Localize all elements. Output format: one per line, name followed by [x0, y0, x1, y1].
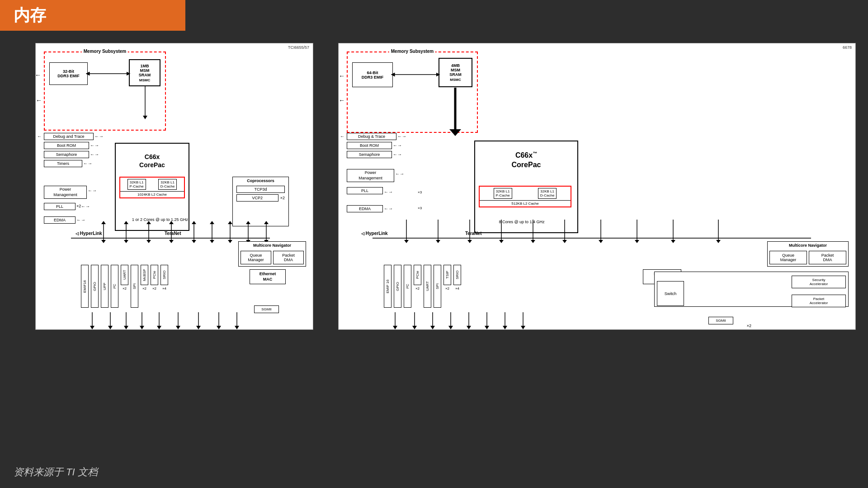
- sram-left: 1MB MSM SRAM MSMC: [129, 59, 160, 86]
- io-emif16-right: EMIF 16: [384, 265, 392, 308]
- cache-l1d-left: 32KB L1D-Cache: [158, 179, 177, 190]
- x2-pll-left: ×2: [76, 204, 81, 208]
- svg-marker-33: [108, 326, 113, 329]
- corepac-right-label: C66x™CorePac: [475, 141, 577, 170]
- arrow-outer-left: ←: [36, 97, 42, 104]
- queue-manager-left: QueueManager: [241, 251, 271, 264]
- x2-sgmii-right: ×2: [747, 324, 751, 328]
- cache-right: 32KB L1P-Cache 32KB L1D-Cache 512KB L2 C…: [479, 186, 571, 207]
- edma-arrows: ←→: [76, 217, 85, 222]
- svg-marker-60: [467, 326, 471, 329]
- multicore-right: Multicore Navigator QueueManager PacketD…: [767, 241, 849, 267]
- uart-mult-left: ×2: [121, 286, 128, 291]
- debug-arrow-outer-left: ←: [37, 134, 42, 139]
- svg-marker-5: [101, 221, 106, 224]
- vcp2-left: VCP2: [236, 194, 278, 202]
- io-pcie-right: PCIe: [414, 265, 421, 285]
- svg-marker-66: [521, 326, 525, 329]
- multicore-label-left: Multicore Navigator: [239, 242, 306, 249]
- svg-marker-92: [671, 240, 675, 243]
- power-mgmt-right: PowerManagement: [347, 169, 394, 182]
- svg-marker-7: [124, 240, 128, 243]
- ethernet-mac-left: EthernetMAC: [250, 269, 286, 284]
- network-copro-area: Switch SecurityAccelerator PacketAcceler…: [654, 272, 849, 307]
- io-down-arrows-left: [81, 312, 307, 333]
- bus-bar-right: [373, 238, 811, 239]
- timers-left: Timers: [44, 160, 82, 167]
- edma-left: EDMA: [44, 216, 75, 224]
- svg-marker-39: [157, 326, 161, 329]
- packet-acc-right: PacketAccelerator: [792, 295, 846, 307]
- teranet-right: TeraNet: [465, 231, 482, 236]
- io-spi-right: SPI: [434, 265, 441, 308]
- tcp3d-left: TCP3d: [236, 186, 285, 193]
- timers-arrows: ←→: [83, 161, 92, 166]
- cache-left: 32KB L1P-Cache 32KB L1D-Cache 1024KB L2 …: [119, 177, 185, 198]
- svg-marker-68: [404, 240, 409, 243]
- svg-marker-37: [140, 326, 144, 329]
- svg-marker-58: [448, 326, 453, 329]
- io-srio-right: SRIO: [453, 265, 461, 285]
- sgmii-left: SGMII: [254, 305, 279, 313]
- svg-marker-19: [210, 240, 214, 243]
- uart-group-left: UART ×2: [121, 265, 128, 308]
- srio-mult-left: ×4: [160, 286, 168, 291]
- io-gpio-left: GPIO: [91, 265, 99, 308]
- io-i2c-right: I²C: [404, 265, 411, 308]
- sgmii-right: SGMII: [708, 317, 733, 324]
- svg-marker-31: [90, 326, 94, 329]
- multicore-left: Multicore Navigator QueueManager PacketD…: [238, 241, 306, 267]
- bootrom-arrows-right: ←→: [393, 143, 402, 148]
- svg-marker-74: [467, 240, 472, 243]
- mcbsp-mult-left: ×2: [141, 286, 148, 291]
- io-down-arrows-right: [384, 312, 745, 333]
- debug-arrows-left: ←→: [94, 134, 104, 139]
- svg-marker-64: [503, 326, 507, 329]
- svg-marker-43: [196, 326, 201, 329]
- io-row-left: EMIF16 GPIO UPP I²C UART ×2 SPI McBSP ×2…: [81, 265, 168, 308]
- io-mcbsp-left: McBSP: [141, 265, 148, 285]
- freq-left: 1 or 2 Cores @ up to 1.25 GHz: [115, 217, 205, 222]
- debug-arrow-outer-right: ←: [340, 134, 344, 139]
- coprocessors-label: Coprocessors: [233, 177, 288, 184]
- ddr3-emif-right: 64-BitDDR3 EMIF: [352, 62, 393, 87]
- x3-pll-right: ×3: [418, 190, 422, 194]
- edma-arrows-right: ←→: [384, 206, 393, 211]
- chip-id-left: TCI6655/57: [288, 45, 309, 50]
- chip-id-right: 6678: [843, 45, 852, 50]
- mem-subsystem-left: Memory Subsystem 32-BitDDR3 EMIF 1MB MSM…: [44, 52, 166, 131]
- cache-l2-left: 1024KB L2 Cache: [120, 191, 184, 197]
- io-uart-left: UART: [121, 265, 128, 285]
- pll-left: PLL: [44, 203, 75, 210]
- svg-marker-20: [210, 221, 214, 224]
- svg-marker-56: [430, 326, 435, 329]
- arrow-left-mem: ←: [35, 71, 41, 79]
- svg-marker-52: [393, 326, 397, 329]
- svg-marker-95: [716, 240, 721, 243]
- msmc-right: MSMC: [450, 78, 461, 82]
- hyperlink-right: ◁ HyperLink: [361, 231, 388, 236]
- switch-right: Switch: [657, 281, 684, 306]
- cache-l1p-left: 32KB L1P-Cache: [127, 179, 146, 190]
- svg-marker-10: [146, 240, 151, 243]
- pll-arrows: ←→: [81, 204, 90, 209]
- semaphore-left: Semaphore: [44, 151, 89, 158]
- boot-rom-right: Boot ROM: [347, 142, 392, 149]
- semaphore-arrows-right: ←→: [393, 152, 402, 157]
- mem-subsystem-right: Memory Subsystem 64-BitDDR3 EMIF 4MB MSM…: [347, 52, 478, 133]
- svg-marker-80: [531, 240, 535, 243]
- msmc-left: MSMC: [139, 78, 150, 82]
- semaphore-arrows: ←→: [90, 152, 99, 157]
- srio-group-left: SRIO ×4: [160, 265, 168, 308]
- multicore-label-right: Multicore Navigator: [768, 242, 848, 249]
- svg-marker-45: [217, 326, 221, 329]
- footer-text: 资料来源于 TI 文档: [14, 465, 98, 479]
- srio-group-right: SRIO ×4: [453, 265, 461, 308]
- tsip-group-right: TSIP ×2: [443, 265, 451, 308]
- pll-right: PLL: [347, 187, 383, 194]
- debug-trace-right: Debug & Trace: [347, 133, 396, 140]
- arrow-outer-right: ←: [339, 97, 345, 104]
- ddr3-emif-left: 32-BitDDR3 EMIF: [49, 62, 88, 85]
- io-pcie-left: PCIe: [151, 265, 158, 285]
- arrow-left-mem-right: ←: [339, 72, 345, 80]
